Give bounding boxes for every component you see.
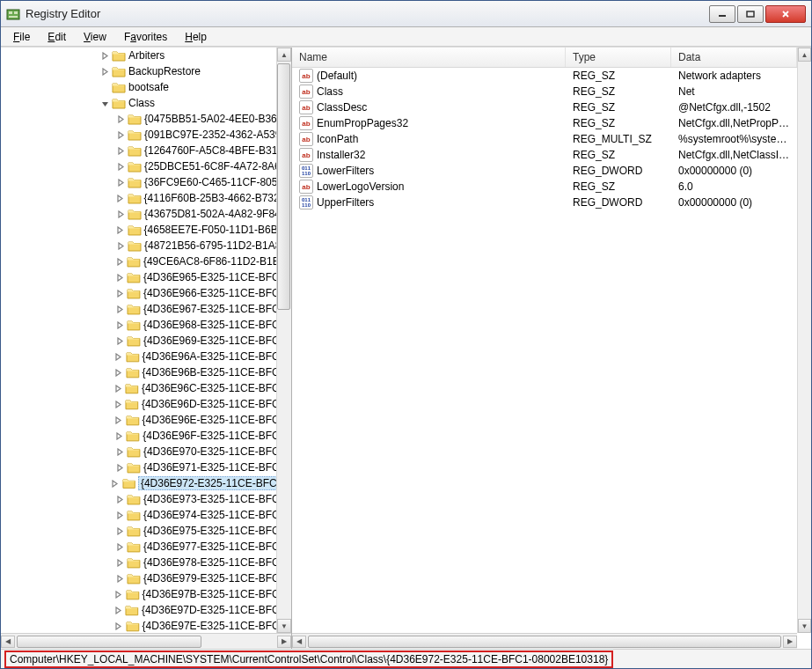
list-pane[interactable]: Name Type Data ab (Default) REG_SZ Netwo…: [292, 48, 811, 649]
expander-icon[interactable]: [110, 478, 120, 489]
expander-icon[interactable]: [114, 430, 125, 441]
expander-icon[interactable]: [114, 272, 125, 283]
tree-item[interactable]: {4D36E974-E325-11CE-BFC1-0: [1, 507, 291, 523]
expander-icon[interactable]: [114, 462, 125, 473]
menu-file[interactable]: File: [4, 29, 39, 45]
expander-icon[interactable]: [99, 98, 110, 108]
tree-item[interactable]: {091BC97E-2352-4362-A539-1: [1, 127, 291, 143]
list-body[interactable]: ab (Default) REG_SZ Network adapters ab …: [292, 68, 797, 633]
expander-icon[interactable]: [113, 621, 124, 631]
expander-icon[interactable]: [99, 66, 110, 77]
menu-view[interactable]: View: [75, 29, 115, 45]
tree-item[interactable]: Arbiters: [1, 48, 291, 63]
value-row[interactable]: ab LowerLogoVersion REG_SZ 6.0: [292, 179, 797, 195]
tree-item[interactable]: {25DBCE51-6C8F-4A72-8A6D-: [1, 158, 291, 174]
tree-item[interactable]: {4D36E979-E325-11CE-BFC1-0: [1, 570, 291, 586]
tree-item[interactable]: {0475BB51-5A02-4EE0-B36C-2: [1, 111, 291, 127]
scroll-right-arrow[interactable]: ▶: [277, 636, 291, 648]
expander-icon[interactable]: [99, 82, 110, 92]
expander-icon[interactable]: [115, 161, 126, 172]
scroll-up-arrow[interactable]: ▲: [798, 48, 811, 62]
value-row[interactable]: ab ClassDesc REG_SZ @NetCfgx.dll,-1502: [292, 99, 797, 115]
expander-icon[interactable]: [99, 50, 110, 61]
tree-item[interactable]: Class: [1, 95, 291, 111]
tree-item[interactable]: {4D36E972-E325-11CE-BFC1-0: [1, 475, 291, 491]
tree-item[interactable]: {1264760F-A5C8-4BFE-B314-D: [1, 143, 291, 158]
list-horizontal-scrollbar[interactable]: ◀ ▶: [292, 633, 797, 649]
tree-item[interactable]: {4D36E96A-E325-11CE-BFC1-0: [1, 349, 291, 364]
tree-horizontal-scrollbar[interactable]: ◀ ▶: [1, 633, 291, 649]
tree-vertical-scrollbar[interactable]: ▲ ▼: [276, 48, 291, 633]
tree-item[interactable]: {48721B56-6795-11D2-B1A8-0: [1, 238, 291, 254]
tree-item[interactable]: {4D36E968-E325-11CE-BFC1-0: [1, 317, 291, 333]
scroll-thumb-h[interactable]: [308, 636, 781, 648]
expander-icon[interactable]: [114, 510, 125, 520]
expander-icon[interactable]: [114, 320, 125, 330]
scroll-left-arrow[interactable]: ◀: [1, 636, 15, 648]
maximize-button[interactable]: [737, 5, 764, 23]
scroll-thumb[interactable]: [277, 63, 290, 310]
tree-item[interactable]: {4D36E973-E325-11CE-BFC1-0: [1, 491, 291, 507]
tree-item[interactable]: {4D36E96D-E325-11CE-BFC1-0: [1, 396, 291, 412]
scroll-thumb-h[interactable]: [17, 636, 201, 648]
tree-item[interactable]: {4D36E96E-E325-11CE-BFC1-0: [1, 412, 291, 428]
value-row[interactable]: ab Class REG_SZ Net: [292, 84, 797, 99]
tree-item[interactable]: {4D36E969-E325-11CE-BFC1-0: [1, 333, 291, 349]
expander-icon[interactable]: [114, 304, 125, 314]
tree-item[interactable]: BackupRestore: [1, 63, 291, 79]
tree-item[interactable]: {4658EE7E-F050-11D1-B6BD-0: [1, 222, 291, 238]
tree-item[interactable]: {4D36E97E-E325-11CE-BFC1-0: [1, 618, 291, 633]
tree-pane[interactable]: Arbiters BackupRestore bootsafe Class {0…: [1, 48, 292, 649]
tree-item[interactable]: {4D36E975-E325-11CE-BFC1-0: [1, 523, 291, 539]
expander-icon[interactable]: [114, 573, 125, 584]
expander-icon[interactable]: [115, 129, 126, 140]
tree-item[interactable]: {4D36E966-E325-11CE-BFC1-0: [1, 285, 291, 301]
expander-icon[interactable]: [115, 193, 126, 203]
tree-item[interactable]: {4D36E967-E325-11CE-BFC1-0: [1, 301, 291, 317]
tree-item[interactable]: {4116F60B-25B3-4662-B732-99: [1, 190, 291, 206]
tree-item[interactable]: {4D36E96B-E325-11CE-BFC1-0: [1, 364, 291, 380]
expander-icon[interactable]: [115, 145, 126, 156]
tree-item[interactable]: {4D36E97B-E325-11CE-BFC1-0: [1, 586, 291, 602]
tree-item[interactable]: {4D36E977-E325-11CE-BFC1-0: [1, 539, 291, 555]
list-header[interactable]: Name Type Data: [292, 48, 797, 68]
expander-icon[interactable]: [113, 351, 124, 362]
expander-icon[interactable]: [114, 557, 125, 568]
expander-icon[interactable]: [114, 541, 125, 552]
tree-item[interactable]: {4D36E970-E325-11CE-BFC1-0: [1, 444, 291, 459]
expander-icon[interactable]: [114, 494, 125, 504]
scroll-right-arrow[interactable]: ▶: [783, 636, 797, 648]
expander-icon[interactable]: [115, 114, 126, 124]
expander-icon[interactable]: [115, 240, 126, 251]
value-row[interactable]: ab EnumPropPages32 REG_SZ NetCfgx.dll,Ne…: [292, 115, 797, 131]
expander-icon[interactable]: [115, 224, 126, 235]
expander-icon[interactable]: [113, 589, 124, 599]
col-header-type[interactable]: Type: [566, 48, 671, 67]
value-row[interactable]: 011110 UpperFilters REG_DWORD 0x00000000…: [292, 195, 797, 210]
minimize-button[interactable]: [709, 5, 735, 23]
expander-icon[interactable]: [113, 605, 123, 615]
expander-icon[interactable]: [113, 367, 124, 378]
expander-icon[interactable]: [115, 177, 126, 187]
tree-item[interactable]: {43675D81-502A-4A82-9F84-E: [1, 206, 291, 222]
scroll-left-arrow[interactable]: ◀: [292, 636, 306, 648]
expander-icon[interactable]: [115, 209, 126, 219]
tree-item[interactable]: bootsafe: [1, 79, 291, 95]
value-row[interactable]: ab IconPath REG_MULTI_SZ %systemroot%\sy…: [292, 131, 797, 147]
tree-item[interactable]: {4D36E978-E325-11CE-BFC1-0: [1, 555, 291, 570]
expander-icon[interactable]: [114, 446, 125, 457]
col-header-name[interactable]: Name: [292, 48, 566, 67]
expander-icon[interactable]: [113, 415, 124, 425]
expander-icon[interactable]: [113, 399, 123, 409]
col-header-data[interactable]: Data: [671, 48, 797, 67]
value-row[interactable]: ab Installer32 REG_SZ NetCfgx.dll,NetCla…: [292, 147, 797, 163]
titlebar[interactable]: Registry Editor: [1, 1, 811, 27]
menu-favorites[interactable]: Favorites: [115, 29, 176, 45]
scroll-up-arrow[interactable]: ▲: [277, 48, 291, 62]
expander-icon[interactable]: [114, 335, 125, 346]
tree-item[interactable]: {4D36E96F-E325-11CE-BFC1-0: [1, 428, 291, 444]
menu-help[interactable]: Help: [176, 29, 216, 45]
close-button[interactable]: [765, 5, 806, 23]
tree-item[interactable]: {49CE6AC8-6F86-11D2-B1E5-0: [1, 254, 291, 269]
expander-icon[interactable]: [114, 526, 125, 536]
